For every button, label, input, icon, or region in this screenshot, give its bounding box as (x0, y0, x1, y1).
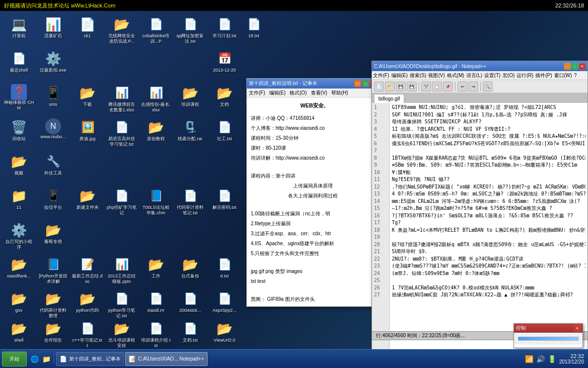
npp-redo-button[interactable]: ↪ (468, 82, 478, 92)
npp-cut-button[interactable]: ✂️ (421, 82, 431, 92)
icon-selfprog[interactable]: ⚙️ 自己写的小程序 (2, 219, 35, 253)
npp-menu-view[interactable]: 视图(V) (428, 72, 444, 79)
icon-xiaodi[interactable]: 📄 xiaodi.rrr (140, 288, 172, 322)
icon-qqweb[interactable]: 📄 qq网址加密算法.txt (174, 13, 207, 47)
icon-pythoncode[interactable]: 📂 python代码 (71, 288, 104, 322)
icon-desktop3[interactable]: 📂 台式备份 (174, 254, 207, 287)
npp-undo-button[interactable]: ↩ (457, 82, 467, 92)
icon-tutorial[interactable]: 📂 原创教程 (140, 116, 172, 150)
notepad-minimize-button[interactable]: ─ (354, 80, 361, 87)
icon-agentcode[interactable]: 📄 代码审计资料笔记.txt (174, 185, 207, 219)
icon-linezip[interactable]: 🗜️ 线索分配.rar (174, 116, 207, 150)
notepadpp-close-button[interactable]: ✕ (579, 63, 586, 70)
code-content[interactable]: GIF89a⊠⊠ NUI:NUINU; g?ó1. 致密毒液?;涩 罗锦现 ?<… (390, 103, 588, 359)
code-line-19 (392, 234, 586, 241)
npp-menu-format[interactable]: 格式(M) (447, 72, 464, 79)
icon-pythonnote[interactable]: 📄 python学习笔记.txt (105, 288, 138, 322)
notepadpp-maximize-button[interactable]: □ (572, 63, 578, 70)
taskbar-item-notepadpp[interactable]: 📝 C:A\Users\XIAO... Notepad++ (125, 352, 208, 366)
icon-work[interactable]: 📂 工作 (140, 254, 172, 287)
icon-lastshell[interactable]: 📄 最近shell (2, 48, 35, 82)
icon-agentcode2[interactable]: 📂 代码审计资料整理 (37, 288, 70, 322)
notepadpp-minimize-button[interactable]: ─ (564, 63, 571, 70)
icon-plugins[interactable]: 🔧 外挂工具 (37, 151, 70, 184)
npp-saveall-button[interactable]: 💾 (407, 82, 417, 92)
icon-ck1[interactable]: 📄 ck1 (71, 13, 104, 47)
icon-wireless[interactable]: 📂 无线网络安全攻防实战.P... (105, 13, 138, 47)
notepad-menu-edit[interactable]: 编辑(E) (269, 90, 286, 96)
npp-menu-search[interactable]: 搜索(S) (410, 72, 426, 79)
icon-18txt[interactable]: 📄 18.txt (237, 13, 270, 47)
npp-menu-file[interactable]: 文件(F) (373, 72, 389, 79)
notepad-menu-help[interactable]: 帮助(H) (331, 90, 348, 96)
npp-find-button[interactable]: 🔍 (483, 82, 493, 92)
icon-sms[interactable]: 📱 sms (37, 82, 70, 116)
icon-cooperate[interactable]: 📂 合作招生 (37, 318, 70, 352)
notepadpp-tab-bdlogo[interactable]: bdlogo.gif (374, 94, 404, 103)
icon-download[interactable]: 📂 下载 (71, 82, 104, 116)
icon-11[interactable]: 📁 11 (2, 185, 35, 219)
npp-menu-run[interactable]: 运行(R) (516, 72, 533, 79)
icon-phpstudy[interactable]: 📄 php挖矿学习笔记 (105, 185, 138, 219)
npp-menu-help[interactable]: ? (574, 73, 577, 78)
icon-tools[interactable]: 📘 T00LS论坛精华集.chm (140, 185, 172, 219)
notepad-maximize-button[interactable]: □ (362, 80, 369, 87)
npp-paste-button[interactable]: 📌 (443, 82, 453, 92)
icon-smsplatform[interactable]: 📱 短信平台 (37, 185, 70, 219)
notepad-black-note: 黑阁： GIF89a 图片的文件头 (251, 295, 375, 303)
npp-menu-lang[interactable]: 语言(L) (466, 72, 482, 79)
icon-xiaodifank[interactable]: 📂 xiaodifank... (2, 254, 35, 287)
icon-qugan[interactable]: 📊 去感悟别-最名.xlsx (140, 82, 172, 116)
icon-plan2013[interactable]: 📊 2013工作总结模板.pptx (105, 254, 138, 287)
npp-open-button[interactable]: 📂 (385, 82, 395, 92)
npp-menu-macro[interactable]: 宏(O) (503, 72, 514, 79)
icon-cobalt1[interactable]: 📄 cobaltstrike培训...P (140, 13, 172, 47)
icon-cpp[interactable]: 📄 c++学习笔记.txt (71, 318, 104, 352)
icon-train[interactable]: 📂 培训课程 (174, 82, 207, 116)
npp-copy-button[interactable]: 📋 (432, 82, 442, 92)
icon-computer[interactable]: 💻 计算机 (2, 13, 35, 47)
notepad-menu-view[interactable]: 查看(V) (311, 90, 327, 96)
icon-grape[interactable]: 📂 葡萄专用 (37, 219, 70, 253)
icon-flowstone[interactable]: 📊 流量矿石 (37, 13, 70, 47)
icon-tencent[interactable]: 📊 腾讯微博前百名数量1.xlsx (105, 82, 138, 116)
npp-menu-plugins[interactable]: 插件(P) (535, 72, 552, 79)
icon-newfile[interactable]: 📂 新建文件夹 (71, 185, 104, 219)
icon-dtxt[interactable]: 📄 d.txt (208, 254, 241, 287)
notepad-menu-file[interactable]: 文件(F) (249, 90, 265, 96)
icon-doc[interactable]: 📂 文档 (208, 82, 241, 116)
icon-trainintro[interactable]: 📄 培训课程介绍.txt (140, 318, 172, 352)
icon-gov[interactable]: 📂 gov (2, 288, 35, 322)
npp-save-button[interactable]: 💾 (396, 82, 406, 92)
quicklaunch-ie[interactable]: 🌐 (29, 354, 40, 365)
icon-sck[interactable]: 📄 2004stck... (174, 288, 207, 322)
npp-new-button[interactable]: 📄 (374, 82, 384, 92)
npp-menu-edit[interactable]: 编辑(E) (391, 72, 408, 79)
quicklaunch-folder[interactable]: 📁 (41, 354, 52, 365)
icon-video[interactable]: 📂 视频 (2, 151, 35, 184)
icon-vbtxt[interactable]: 📄 文档.txt (174, 318, 207, 352)
icon-social[interactable]: 📄 社工.txt (208, 116, 241, 150)
icon-pwd[interactable]: 📄 解压密码.txt (208, 185, 241, 219)
npp-menu-window[interactable]: 窗口(W) (554, 72, 572, 79)
icon-shell[interactable]: 📂 shell (2, 318, 35, 352)
start-button[interactable]: 开始 (2, 352, 27, 367)
icon-latestwork[interactable]: 📝 最新工作总结.doc (71, 254, 104, 287)
icon-english[interactable]: 📄 易语言高外挂学习笔记.txt (105, 116, 138, 150)
icon-viewurl2[interactable]: 📂 ViewUrl2.0 (208, 318, 241, 352)
icon-niubo[interactable]: N www.niubo... (37, 116, 70, 150)
icon-empty3 (140, 48, 172, 82)
icon-study[interactable]: 📄 学习汁划.txt (208, 13, 241, 47)
icon-python[interactable]: 📘 [Python开发技术详解 (37, 254, 70, 287)
npp-menu-settings[interactable]: 设置(T) (484, 72, 501, 79)
icon-aspxspy[interactable]: 📄 AspxSpy2... (208, 288, 241, 322)
control-close-button[interactable]: ✕ (574, 325, 581, 332)
icon-audi[interactable]: 🖼️ 奥迪.jpg (71, 116, 104, 150)
icon-newexe[interactable]: ⚙️ 过最新拟.exe (37, 48, 70, 82)
icon-beixue[interactable]: 📂 北斗培训课程安排 (105, 318, 138, 352)
icon-date[interactable]: 📅 2013-12-20 (208, 48, 241, 82)
icon-chm[interactable]: ❓ 神秘体验班 CHM (2, 82, 35, 116)
notepad-menu-format[interactable]: 格式(O) (290, 90, 306, 96)
taskbar-item-notepad[interactable]: 📄 第十四讲_教程...记事本 (56, 352, 124, 366)
icon-recycle[interactable]: 🗑️ 回收站 (2, 116, 35, 150)
